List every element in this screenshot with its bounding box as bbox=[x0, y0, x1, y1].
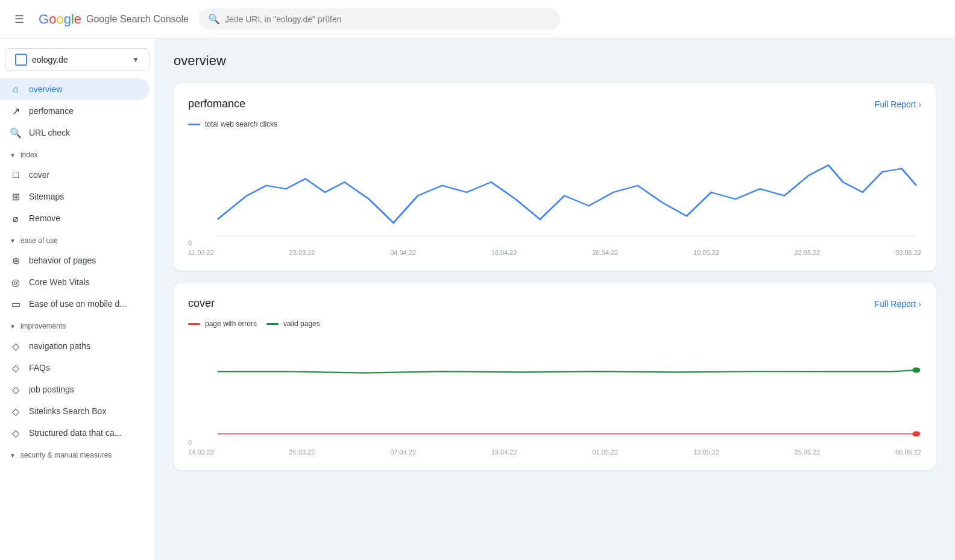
legend-item-clicks: total web search clicks bbox=[188, 120, 277, 128]
nav-item-url-check[interactable]: 🔍 URL check bbox=[0, 122, 150, 143]
nav-label-nav-paths: navigation paths bbox=[29, 341, 90, 351]
nav-item-sitemaps[interactable]: ⊞ Sitemaps bbox=[0, 186, 150, 207]
performance-card-title: perfomance bbox=[188, 98, 245, 110]
nav-item-behavior[interactable]: ⊕ behavior of pages bbox=[0, 250, 150, 271]
legend-line-green bbox=[266, 323, 279, 325]
remove-icon: ⌀ bbox=[10, 212, 22, 224]
nav-label-url-check: URL check bbox=[29, 128, 70, 137]
section-ease-of-use: ▼ ease of use ⊕ behavior of pages ◎ Core… bbox=[0, 231, 154, 315]
x-label-7: 03.06.22 bbox=[895, 249, 921, 256]
nav-label-mobile: Ease of use on mobile d... bbox=[29, 299, 127, 309]
app-layout: ☰ Google Google Search Console 🔍 eology.… bbox=[0, 0, 955, 560]
performance-card-header: perfomance Full Report › bbox=[188, 98, 921, 110]
nav-item-nav-paths[interactable]: ◇ navigation paths bbox=[0, 335, 150, 357]
legend-item-errors: page with errors bbox=[188, 319, 257, 328]
structured-icon: ◇ bbox=[10, 427, 22, 439]
nav-item-faqs[interactable]: ◇ FAQs bbox=[0, 357, 150, 379]
cover-card-header: cover Full Report › bbox=[188, 297, 921, 310]
home-icon: ⌂ bbox=[10, 83, 22, 95]
cover-x-label-1: 26.03.22 bbox=[289, 448, 315, 456]
performance-y-zero: 0 bbox=[188, 239, 192, 247]
logo[interactable]: Google Google Search Console bbox=[39, 11, 189, 27]
google-logo: Google bbox=[39, 11, 81, 27]
cover-full-report-label: Full Report bbox=[875, 299, 916, 309]
collapse-icon: ▼ bbox=[10, 152, 16, 159]
nav-item-mobile[interactable]: ▭ Ease of use on mobile d... bbox=[0, 293, 150, 315]
legend-item-valid: valid pages bbox=[266, 319, 320, 328]
x-label-1: 23.03.22 bbox=[289, 249, 315, 256]
cover-full-report-link[interactable]: Full Report › bbox=[875, 299, 921, 309]
svg-point-2 bbox=[912, 368, 920, 373]
header: ☰ Google Google Search Console 🔍 bbox=[0, 0, 955, 39]
cover-x-label-0: 14.03.22 bbox=[188, 448, 214, 456]
hamburger-button[interactable]: ☰ bbox=[10, 8, 29, 31]
svg-point-3 bbox=[912, 431, 920, 436]
page-title: overview bbox=[174, 53, 936, 69]
nav-item-overview[interactable]: ⌂ overview bbox=[0, 78, 150, 100]
x-label-3: 16.04.22 bbox=[491, 249, 517, 256]
chart-icon: ↗ bbox=[10, 105, 22, 117]
legend-label-errors: page with errors bbox=[205, 319, 257, 328]
nav-item-core-web-vitals[interactable]: ◎ Core Web Vitals bbox=[0, 271, 150, 293]
section-security-label: Security & Manual Measures bbox=[20, 451, 112, 459]
section-ease-header[interactable]: ▼ ease of use bbox=[0, 231, 154, 250]
sidebar: eology.de ▼ ⌂ overview ↗ perfomance 🔍 UR… bbox=[0, 39, 154, 560]
hamburger-icon: ☰ bbox=[14, 13, 24, 25]
cover-x-label-2: 07.04.22 bbox=[390, 448, 416, 456]
nav-label-jobs: job postings bbox=[29, 385, 74, 394]
doc-icon: □ bbox=[10, 169, 22, 181]
site-name: eology.de bbox=[32, 55, 127, 64]
search-icon: 🔍 bbox=[208, 13, 220, 25]
sitemap-icon: ⊞ bbox=[10, 190, 22, 203]
cover-chart: 0 bbox=[188, 338, 921, 446]
faqs-icon: ◇ bbox=[10, 362, 22, 374]
performance-card: perfomance Full Report › total web searc… bbox=[174, 83, 936, 271]
cover-card: cover Full Report › page with errors val… bbox=[174, 283, 936, 470]
nav-label-core: Core Web Vitals bbox=[29, 277, 90, 287]
search-input[interactable] bbox=[225, 14, 550, 24]
nav-label-cover: cover bbox=[29, 170, 49, 180]
cover-legend: page with errors valid pages bbox=[188, 319, 921, 328]
nav-label-remove: Remove bbox=[29, 213, 60, 223]
job-icon: ◇ bbox=[10, 383, 22, 395]
search-bar: 🔍 bbox=[198, 8, 560, 30]
x-label-6: 22.05.22 bbox=[795, 249, 821, 256]
nav-item-performance[interactable]: ↗ perfomance bbox=[0, 100, 150, 122]
sitelinks-icon: ◇ bbox=[10, 405, 22, 417]
cover-x-labels: 14.03.22 26.03.22 07.04.22 19.04.22 01.0… bbox=[188, 448, 921, 456]
cover-x-label-7: 06.06.22 bbox=[895, 448, 921, 456]
performance-full-report-link[interactable]: Full Report › bbox=[875, 99, 921, 109]
nav-label-behavior: behavior of pages bbox=[29, 256, 96, 265]
section-improvements-header[interactable]: ▼ improvements bbox=[0, 317, 154, 335]
body-layout: eology.de ▼ ⌂ overview ↗ perfomance 🔍 UR… bbox=[0, 39, 955, 560]
section-security-header[interactable]: ▼ Security & Manual Measures bbox=[0, 446, 154, 464]
cover-card-title: cover bbox=[188, 297, 215, 310]
nav-label-sitelinks: Sitelinks Search Box bbox=[29, 406, 106, 416]
nav-item-cover[interactable]: □ cover bbox=[0, 164, 150, 186]
collapse-security-icon: ▼ bbox=[10, 452, 16, 459]
chevron-down-icon: ▼ bbox=[132, 55, 139, 64]
section-security: ▼ Security & Manual Measures bbox=[0, 446, 154, 464]
behavior-icon: ⊕ bbox=[10, 254, 22, 266]
chevron-right-icon: › bbox=[918, 99, 921, 109]
mobile-icon: ▭ bbox=[10, 298, 22, 310]
cover-x-label-4: 01.05.22 bbox=[592, 448, 618, 456]
performance-legend: total web search clicks bbox=[188, 120, 921, 128]
nav-item-remove[interactable]: ⌀ Remove bbox=[0, 207, 150, 229]
cover-y-zero: 0 bbox=[188, 439, 192, 446]
nav-label-faqs: FAQs bbox=[29, 363, 50, 373]
nav-item-structured-data[interactable]: ◇ Structured data that ca... bbox=[0, 422, 150, 444]
nav-item-sitelinks[interactable]: ◇ Sitelinks Search Box bbox=[0, 400, 150, 422]
section-improvements-label: improvements bbox=[20, 322, 66, 330]
site-selector[interactable]: eology.de ▼ bbox=[5, 48, 150, 71]
section-index-header[interactable]: ▼ Index bbox=[0, 146, 154, 164]
legend-label-clicks: total web search clicks bbox=[205, 120, 277, 128]
legend-label-valid: valid pages bbox=[283, 319, 320, 328]
x-label-4: 28.04.22 bbox=[592, 249, 618, 256]
section-improvements: ▼ improvements ◇ navigation paths ◇ FAQs… bbox=[0, 317, 154, 444]
performance-full-report-label: Full Report bbox=[875, 99, 916, 109]
collapse-ease-icon: ▼ bbox=[10, 238, 16, 244]
nav-item-job-postings[interactable]: ◇ job postings bbox=[0, 379, 150, 400]
cover-x-label-6: 25.05.22 bbox=[795, 448, 821, 456]
nav-label-overview: overview bbox=[29, 84, 62, 94]
